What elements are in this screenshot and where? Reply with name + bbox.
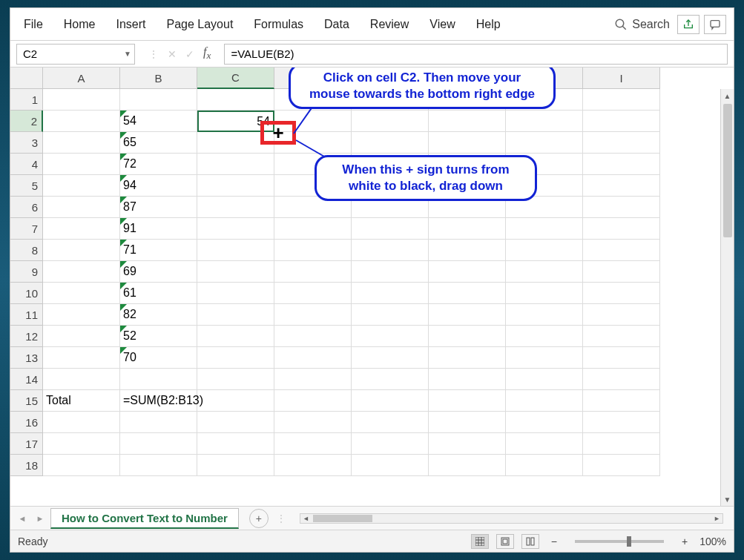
row-header-17[interactable]: 17 (10, 433, 43, 455)
col-header-b[interactable]: B (120, 67, 197, 89)
cell-e9[interactable] (352, 261, 429, 283)
cell-a13[interactable] (43, 347, 120, 369)
zoom-in-button[interactable]: + (677, 536, 692, 547)
cell-f2[interactable] (429, 111, 506, 132)
cell-h3[interactable] (506, 132, 583, 154)
menu-help[interactable]: Help (466, 12, 511, 37)
cell-h12[interactable] (506, 326, 583, 347)
cell-a15[interactable]: Total (43, 390, 120, 412)
cell-i10[interactable] (583, 283, 660, 304)
cell-h9[interactable] (506, 261, 583, 283)
cell-a16[interactable] (43, 412, 120, 433)
cell-e3[interactable] (352, 132, 429, 154)
cell-a10[interactable] (43, 283, 120, 304)
cell-a17[interactable] (43, 433, 120, 455)
cell-h17[interactable] (506, 433, 583, 455)
row-header-3[interactable]: 3 (10, 132, 43, 154)
cell-i16[interactable] (583, 412, 660, 433)
cell-c2[interactable]: 54 (197, 111, 274, 132)
cell-i13[interactable] (583, 347, 660, 369)
row-header-4[interactable]: 4 (10, 154, 43, 175)
cell-b12[interactable]: 52 (120, 326, 197, 347)
cell-h7[interactable] (506, 218, 583, 240)
row-header-10[interactable]: 10 (10, 283, 43, 304)
comments-button[interactable] (704, 15, 726, 34)
cell-i8[interactable] (583, 240, 660, 261)
cell-b14[interactable] (120, 369, 197, 390)
cell-c3[interactable] (197, 132, 274, 154)
cell-h10[interactable] (506, 283, 583, 304)
cell-c1[interactable] (197, 89, 274, 111)
formula-input[interactable]: =VALUE(B2) (224, 44, 728, 65)
cell-b6[interactable]: 87 (120, 197, 197, 218)
zoom-out-button[interactable]: − (547, 536, 562, 547)
cell-f10[interactable] (429, 283, 506, 304)
cell-e10[interactable] (352, 283, 429, 304)
spreadsheet-grid[interactable]: A B C D E F H I 1 2 54 54 (10, 67, 734, 476)
cell-h16[interactable] (506, 412, 583, 433)
cell-b2[interactable]: 54 (120, 111, 197, 132)
row-header-8[interactable]: 8 (10, 240, 43, 261)
cell-d15[interactable] (274, 390, 352, 412)
cell-d11[interactable] (274, 304, 352, 326)
cell-f7[interactable] (429, 218, 506, 240)
zoom-level[interactable]: 100% (699, 536, 726, 547)
cell-e8[interactable] (352, 240, 429, 261)
cell-d9[interactable] (274, 261, 352, 283)
cell-c6[interactable] (197, 197, 274, 218)
scroll-down-icon[interactable]: ▼ (724, 493, 731, 506)
vertical-scrollbar[interactable]: ▲ ▼ (720, 89, 734, 506)
menu-formulas[interactable]: Formulas (243, 12, 314, 37)
row-header-13[interactable]: 13 (10, 347, 43, 369)
cell-e2[interactable] (352, 111, 429, 132)
scroll-up-icon[interactable]: ▲ (724, 89, 731, 102)
cell-b13[interactable]: 70 (120, 347, 197, 369)
name-box-dropdown-icon[interactable]: ▼ (124, 50, 131, 58)
cell-e14[interactable] (352, 369, 429, 390)
cell-i3[interactable] (583, 132, 660, 154)
menu-page-layout[interactable]: Page Layout (156, 12, 243, 37)
cancel-icon[interactable]: ✕ (168, 48, 177, 60)
cell-f15[interactable] (429, 390, 506, 412)
search-box[interactable]: Search (607, 18, 677, 31)
cell-c5[interactable] (197, 175, 274, 197)
menu-review[interactable]: Review (360, 12, 419, 37)
cell-d13[interactable] (274, 347, 352, 369)
cell-d12[interactable] (274, 326, 352, 347)
tab-nav-next[interactable]: ► (33, 514, 47, 523)
menu-view[interactable]: View (419, 12, 465, 37)
col-header-i[interactable]: I (583, 67, 660, 89)
cell-h8[interactable] (506, 240, 583, 261)
share-button[interactable] (677, 15, 699, 34)
cell-d14[interactable] (274, 369, 352, 390)
cell-f16[interactable] (429, 412, 506, 433)
cell-b17[interactable] (120, 433, 197, 455)
cell-c4[interactable] (197, 154, 274, 175)
cell-b8[interactable]: 71 (120, 240, 197, 261)
cell-c7[interactable] (197, 218, 274, 240)
col-header-a[interactable]: A (43, 67, 120, 89)
cell-c15[interactable] (197, 390, 274, 412)
cell-c12[interactable] (197, 326, 274, 347)
cell-b4[interactable]: 72 (120, 154, 197, 175)
col-header-c[interactable]: C (197, 67, 274, 89)
cell-a12[interactable] (43, 326, 120, 347)
cell-d10[interactable] (274, 283, 352, 304)
cell-c18[interactable] (197, 455, 274, 476)
cell-c10[interactable] (197, 283, 274, 304)
cell-i18[interactable] (583, 455, 660, 476)
cell-h11[interactable] (506, 304, 583, 326)
cell-i9[interactable] (583, 261, 660, 283)
row-header-15[interactable]: 15 (10, 390, 43, 412)
cell-e17[interactable] (352, 433, 429, 455)
cell-c13[interactable] (197, 347, 274, 369)
cell-a1[interactable] (43, 89, 120, 111)
fx-icon[interactable]: fx (203, 45, 211, 62)
cell-h14[interactable] (506, 369, 583, 390)
cell-d18[interactable] (274, 455, 352, 476)
cell-e11[interactable] (352, 304, 429, 326)
cell-b5[interactable]: 94 (120, 175, 197, 197)
cell-d17[interactable] (274, 433, 352, 455)
cell-b10[interactable]: 61 (120, 283, 197, 304)
cell-i15[interactable] (583, 390, 660, 412)
